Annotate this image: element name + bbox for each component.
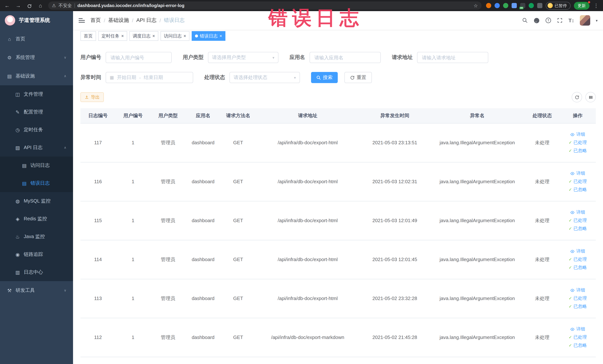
- caret-down-icon[interactable]: ▾: [596, 18, 598, 23]
- extension-icon[interactable]: [495, 3, 500, 8]
- process-status-select[interactable]: 请选择处理状态 ▾: [230, 72, 300, 83]
- sidebar-item-dev-tools[interactable]: ⚒ 研发工具 ∨: [0, 281, 73, 300]
- breadcrumb-current: 错误日志: [164, 17, 185, 24]
- github-icon[interactable]: [534, 17, 540, 23]
- tab-label: 首页: [84, 33, 93, 39]
- sidebar-item-mysql-monitor[interactable]: ◍ MySQL 监控: [0, 192, 73, 210]
- sidebar-item-label: 研发工具: [16, 287, 35, 294]
- filter-label: 应用名: [290, 54, 305, 61]
- mark-processed-link[interactable]: ✓已处理: [562, 139, 593, 147]
- user-type-select[interactable]: 请选择用户类型 ▾: [208, 52, 278, 63]
- font-size-icon[interactable]: T↕: [568, 17, 574, 23]
- column-header-method: 请求方法名: [220, 108, 256, 123]
- page-url[interactable]: dashboard.yudao.iocoder.cn/infra/log/api…: [78, 3, 185, 8]
- close-icon[interactable]: ×: [220, 34, 222, 38]
- tab-access-log[interactable]: 访问日志 ×: [161, 31, 189, 41]
- detail-link[interactable]: 详细: [562, 286, 593, 294]
- search-icon[interactable]: [522, 17, 528, 23]
- mark-ignored-link[interactable]: ✓已忽略: [562, 186, 593, 194]
- address-bar[interactable]: ⚠ 不安全 dashboard.yudao.iocoder.cn/infra/l…: [48, 1, 482, 10]
- sidebar-toggle-icon[interactable]: [79, 18, 85, 23]
- mark-ignored-link[interactable]: ✓已忽略: [562, 263, 593, 272]
- browser-reload-icon[interactable]: [26, 3, 33, 9]
- cell-exception-time: 2021-05-02 21:45:28: [360, 318, 430, 357]
- browser-menu-icon[interactable]: ⋮: [593, 3, 600, 9]
- tab-home[interactable]: 首页: [81, 31, 96, 41]
- mark-processed-link[interactable]: ✓已处理: [562, 294, 593, 303]
- export-button[interactable]: 导出: [81, 92, 104, 102]
- sidebar-item-system-management[interactable]: ⚙ 系统管理 ∨: [0, 48, 73, 67]
- mark-ignored-link[interactable]: ✓已忽略: [562, 341, 593, 350]
- cell-request-url: /api/infra/db-doc/export-html: [256, 279, 360, 318]
- sidebar-item-infrastructure[interactable]: ▤ 基础设施 ∧: [0, 67, 73, 85]
- close-icon[interactable]: ×: [121, 34, 124, 38]
- profile-chip[interactable]: 已暂停: [546, 2, 570, 10]
- detail-link[interactable]: 详细: [562, 325, 593, 333]
- sidebar-item-log-center[interactable]: ▥ 日志中心: [0, 263, 73, 281]
- columns-settings-icon[interactable]: [585, 92, 596, 102]
- mark-processed-link[interactable]: ✓已处理: [562, 255, 593, 263]
- search-button[interactable]: 搜索: [311, 72, 338, 83]
- breadcrumb-item[interactable]: API 日志: [136, 17, 157, 24]
- mark-ignored-link[interactable]: ✓已忽略: [562, 224, 593, 233]
- sidebar-item-api-log[interactable]: ▧ API 日志 ∧: [0, 139, 73, 156]
- request-url-input[interactable]: [417, 52, 488, 63]
- help-icon[interactable]: ?: [545, 17, 551, 23]
- browser-back-icon[interactable]: ←: [4, 3, 10, 9]
- tab-schedule-log[interactable]: 调度日志 ×: [129, 31, 158, 41]
- breadcrumb-item[interactable]: 基础设施: [108, 17, 129, 24]
- sidebar-item-home[interactable]: ⌂ 首页: [0, 30, 73, 48]
- refresh-icon[interactable]: [572, 92, 582, 102]
- extension-icon[interactable]: [512, 3, 517, 8]
- user-id-input[interactable]: [106, 52, 172, 63]
- sidebar-item-redis-monitor[interactable]: ◈ Redis 监控: [0, 210, 73, 228]
- folder-icon: ◫: [15, 91, 20, 97]
- table-row: 117 1 管理员 dashboard GET /api/infra/db-do…: [81, 123, 596, 162]
- sidebar-item-file-management[interactable]: ◫ 文件管理: [0, 85, 73, 103]
- update-button[interactable]: 更新: [574, 2, 590, 10]
- extension-icon[interactable]: [486, 3, 491, 8]
- mark-ignored-link[interactable]: ✓已忽略: [562, 147, 593, 155]
- tab-scheduled-jobs[interactable]: 定时任务 ×: [98, 31, 127, 41]
- user-avatar[interactable]: [580, 15, 590, 26]
- sidebar-item-config-management[interactable]: ✎ 配置管理: [0, 103, 73, 121]
- sidebar-item-label: 定时任务: [24, 127, 43, 133]
- table-row: 114 1 管理员 dashboard GET /api/infra/db-do…: [81, 240, 596, 279]
- close-icon[interactable]: ×: [184, 34, 186, 38]
- cell-method: GET: [220, 279, 256, 318]
- ignored-link-label: 已忽略: [574, 303, 587, 310]
- mark-processed-link[interactable]: ✓已处理: [562, 333, 593, 341]
- sidebar-item-scheduled-jobs[interactable]: ◷ 定时任务: [0, 121, 73, 139]
- browser-forward-icon[interactable]: →: [15, 3, 22, 9]
- bookmark-star-icon[interactable]: ☆: [474, 3, 478, 8]
- fullscreen-icon[interactable]: [557, 17, 563, 23]
- mark-processed-link[interactable]: ✓已处理: [562, 177, 593, 186]
- tab-error-log[interactable]: 错误日志 ×: [192, 31, 225, 41]
- puzzle-extension-icon[interactable]: [537, 3, 542, 8]
- sidebar-item-java-monitor[interactable]: ♨ Java 监控: [0, 228, 73, 246]
- sidebar-item-error-log[interactable]: ▤ 错误日志: [0, 174, 73, 192]
- detail-link[interactable]: 详细: [562, 247, 593, 255]
- extension-icon[interactable]: [503, 3, 508, 8]
- detail-link[interactable]: 详细: [562, 130, 593, 139]
- mark-processed-link[interactable]: ✓已处理: [562, 216, 593, 224]
- close-icon[interactable]: ×: [152, 34, 155, 38]
- extension-icon[interactable]: on: [520, 3, 525, 8]
- detail-link[interactable]: 详细: [562, 169, 593, 177]
- app-name-input[interactable]: [310, 52, 381, 63]
- detail-link-label: 详细: [576, 170, 585, 176]
- app-logo[interactable]: 芋道管理系统: [0, 11, 73, 30]
- extension-icon[interactable]: [529, 3, 534, 8]
- cell-app-name: dashboard: [186, 240, 220, 279]
- breadcrumb-item[interactable]: 首页: [91, 17, 101, 24]
- active-dot: [195, 35, 198, 37]
- sidebar-item-access-log[interactable]: ▤ 访问日志: [0, 156, 73, 174]
- reset-button[interactable]: 重置: [344, 72, 372, 83]
- mark-ignored-link[interactable]: ✓已忽略: [562, 303, 593, 311]
- sidebar-item-tracing[interactable]: ◉ 链路追踪: [0, 246, 73, 263]
- filter-label: 用户类型: [183, 54, 204, 61]
- detail-link[interactable]: 详细: [562, 208, 593, 216]
- browser-home-icon[interactable]: ⌂: [37, 3, 44, 9]
- date-range-picker[interactable]: ▦ 开始日期 - 结束日期: [106, 72, 193, 83]
- security-label[interactable]: 不安全: [58, 2, 72, 9]
